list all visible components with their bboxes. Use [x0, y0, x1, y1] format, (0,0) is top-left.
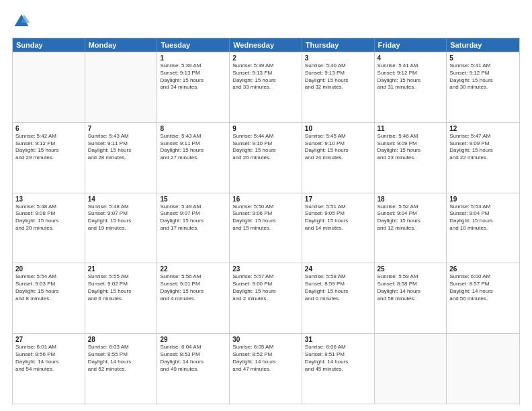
- cal-cell-day-10: 10Sunrise: 5:45 AM Sunset: 9:10 PM Dayli…: [302, 123, 375, 193]
- cal-cell-day-28: 28Sunrise: 6:03 AM Sunset: 8:55 PM Dayli…: [85, 334, 158, 404]
- day-info: Sunrise: 5:49 AM Sunset: 9:07 PM Dayligh…: [160, 203, 226, 232]
- cal-cell-day-15: 15Sunrise: 5:49 AM Sunset: 9:07 PM Dayli…: [157, 193, 230, 263]
- cal-cell-day-1: 1Sunrise: 5:39 AM Sunset: 9:13 PM Daylig…: [157, 52, 230, 122]
- cal-cell-day-25: 25Sunrise: 5:59 AM Sunset: 8:58 PM Dayli…: [375, 263, 447, 333]
- day-number: 31: [305, 336, 371, 343]
- day-info: Sunrise: 5:53 AM Sunset: 9:04 PM Dayligh…: [449, 203, 517, 232]
- day-info: Sunrise: 5:45 AM Sunset: 9:10 PM Dayligh…: [305, 133, 371, 162]
- calendar: SundayMondayTuesdayWednesdayThursdayFrid…: [12, 38, 520, 404]
- day-number: 28: [88, 336, 154, 343]
- cal-cell-day-31: 31Sunrise: 6:06 AM Sunset: 8:51 PM Dayli…: [302, 334, 375, 404]
- day-number: 2: [232, 54, 299, 62]
- cal-cell-day-16: 16Sunrise: 5:50 AM Sunset: 9:06 PM Dayli…: [230, 193, 302, 263]
- day-number: 4: [378, 54, 444, 62]
- day-number: 22: [160, 265, 226, 273]
- day-number: 13: [15, 195, 82, 203]
- day-info: Sunrise: 5:57 AM Sunset: 9:00 PM Dayligh…: [232, 273, 299, 302]
- cal-cell-day-19: 19Sunrise: 5:53 AM Sunset: 9:04 PM Dayli…: [447, 193, 519, 263]
- cal-cell-day-7: 7Sunrise: 5:43 AM Sunset: 9:11 PM Daylig…: [85, 123, 158, 193]
- day-number: 9: [232, 125, 299, 132]
- day-info: Sunrise: 5:47 AM Sunset: 9:09 PM Dayligh…: [449, 133, 517, 162]
- cal-cell-day-6: 6Sunrise: 5:42 AM Sunset: 9:12 PM Daylig…: [13, 123, 85, 193]
- day-number: 15: [160, 195, 226, 203]
- cal-cell-empty: [447, 334, 519, 404]
- day-info: Sunrise: 5:59 AM Sunset: 8:58 PM Dayligh…: [378, 273, 444, 302]
- day-number: 20: [15, 265, 82, 273]
- day-number: 29: [160, 336, 226, 343]
- cal-week-1: 1Sunrise: 5:39 AM Sunset: 9:13 PM Daylig…: [13, 52, 519, 122]
- day-info: Sunrise: 5:43 AM Sunset: 9:11 PM Dayligh…: [160, 133, 226, 162]
- cal-cell-day-17: 17Sunrise: 5:51 AM Sunset: 9:05 PM Dayli…: [302, 193, 375, 263]
- cal-cell-day-21: 21Sunrise: 5:55 AM Sunset: 9:02 PM Dayli…: [85, 263, 158, 333]
- day-number: 8: [160, 125, 226, 132]
- cal-cell-empty: [85, 52, 158, 122]
- day-info: Sunrise: 6:00 AM Sunset: 8:57 PM Dayligh…: [449, 273, 517, 302]
- day-info: Sunrise: 5:39 AM Sunset: 9:13 PM Dayligh…: [232, 62, 299, 91]
- day-info: Sunrise: 5:51 AM Sunset: 9:05 PM Dayligh…: [305, 203, 371, 232]
- day-number: 19: [449, 195, 517, 203]
- cal-cell-day-26: 26Sunrise: 6:00 AM Sunset: 8:57 PM Dayli…: [447, 263, 519, 333]
- logo: [12, 12, 34, 31]
- cal-cell-day-12: 12Sunrise: 5:47 AM Sunset: 9:09 PM Dayli…: [447, 123, 519, 193]
- calendar-body: 1Sunrise: 5:39 AM Sunset: 9:13 PM Daylig…: [13, 52, 519, 404]
- day-number: 26: [449, 265, 517, 273]
- cal-cell-day-24: 24Sunrise: 5:58 AM Sunset: 8:59 PM Dayli…: [302, 263, 375, 333]
- day-number: 24: [305, 265, 371, 273]
- cal-cell-day-29: 29Sunrise: 6:04 AM Sunset: 8:53 PM Dayli…: [157, 334, 230, 404]
- day-info: Sunrise: 6:01 AM Sunset: 8:56 PM Dayligh…: [15, 344, 82, 373]
- cal-header-wednesday: Wednesday: [230, 38, 302, 52]
- day-info: Sunrise: 6:04 AM Sunset: 8:53 PM Dayligh…: [160, 344, 226, 373]
- cal-cell-empty: [375, 334, 447, 404]
- day-info: Sunrise: 5:41 AM Sunset: 9:12 PM Dayligh…: [449, 62, 517, 91]
- day-info: Sunrise: 5:58 AM Sunset: 8:59 PM Dayligh…: [305, 273, 371, 302]
- cal-header-sunday: Sunday: [13, 38, 85, 52]
- cal-header-thursday: Thursday: [302, 38, 375, 52]
- day-info: Sunrise: 5:48 AM Sunset: 9:07 PM Dayligh…: [88, 203, 154, 232]
- day-info: Sunrise: 5:44 AM Sunset: 9:10 PM Dayligh…: [232, 133, 299, 162]
- cal-cell-empty: [13, 52, 85, 122]
- day-info: Sunrise: 5:48 AM Sunset: 9:08 PM Dayligh…: [15, 203, 82, 232]
- day-number: 27: [15, 336, 82, 343]
- cal-header-tuesday: Tuesday: [157, 38, 230, 52]
- day-info: Sunrise: 5:46 AM Sunset: 9:09 PM Dayligh…: [378, 133, 444, 162]
- cal-cell-day-4: 4Sunrise: 5:41 AM Sunset: 9:12 PM Daylig…: [375, 52, 447, 122]
- header: [12, 12, 520, 31]
- day-number: 14: [88, 195, 154, 203]
- day-info: Sunrise: 5:55 AM Sunset: 9:02 PM Dayligh…: [88, 273, 154, 302]
- cal-cell-day-20: 20Sunrise: 5:54 AM Sunset: 9:03 PM Dayli…: [13, 263, 85, 333]
- cal-week-2: 6Sunrise: 5:42 AM Sunset: 9:12 PM Daylig…: [13, 122, 519, 193]
- cal-cell-day-13: 13Sunrise: 5:48 AM Sunset: 9:08 PM Dayli…: [13, 193, 85, 263]
- day-info: Sunrise: 6:06 AM Sunset: 8:51 PM Dayligh…: [305, 344, 371, 373]
- day-number: 12: [449, 125, 517, 132]
- cal-cell-day-27: 27Sunrise: 6:01 AM Sunset: 8:56 PM Dayli…: [13, 334, 85, 404]
- day-number: 7: [88, 125, 154, 132]
- page: SundayMondayTuesdayWednesdayThursdayFrid…: [0, 0, 532, 411]
- cal-header-monday: Monday: [85, 38, 158, 52]
- day-number: 5: [449, 54, 517, 62]
- day-number: 11: [378, 125, 444, 132]
- calendar-header: SundayMondayTuesdayWednesdayThursdayFrid…: [13, 38, 519, 52]
- cal-cell-day-3: 3Sunrise: 5:40 AM Sunset: 9:13 PM Daylig…: [302, 52, 375, 122]
- day-info: Sunrise: 6:03 AM Sunset: 8:55 PM Dayligh…: [88, 344, 154, 373]
- cal-header-friday: Friday: [375, 38, 447, 52]
- cal-week-3: 13Sunrise: 5:48 AM Sunset: 9:08 PM Dayli…: [13, 193, 519, 263]
- cal-cell-day-23: 23Sunrise: 5:57 AM Sunset: 9:00 PM Dayli…: [230, 263, 302, 333]
- cal-cell-day-2: 2Sunrise: 5:39 AM Sunset: 9:13 PM Daylig…: [230, 52, 302, 122]
- day-number: 17: [305, 195, 371, 203]
- day-info: Sunrise: 5:50 AM Sunset: 9:06 PM Dayligh…: [232, 203, 299, 232]
- day-number: 6: [15, 125, 82, 132]
- day-number: 3: [305, 54, 371, 62]
- cal-cell-day-11: 11Sunrise: 5:46 AM Sunset: 9:09 PM Dayli…: [375, 123, 447, 193]
- day-info: Sunrise: 5:52 AM Sunset: 9:04 PM Dayligh…: [378, 203, 444, 232]
- cal-cell-day-9: 9Sunrise: 5:44 AM Sunset: 9:10 PM Daylig…: [230, 123, 302, 193]
- cal-header-saturday: Saturday: [447, 38, 519, 52]
- logo-icon: [12, 12, 31, 31]
- day-info: Sunrise: 5:56 AM Sunset: 9:01 PM Dayligh…: [160, 273, 226, 302]
- cal-week-5: 27Sunrise: 6:01 AM Sunset: 8:56 PM Dayli…: [13, 333, 519, 404]
- svg-marker-1: [21, 15, 30, 23]
- day-number: 30: [232, 336, 299, 343]
- cal-cell-day-5: 5Sunrise: 5:41 AM Sunset: 9:12 PM Daylig…: [447, 52, 519, 122]
- day-info: Sunrise: 5:39 AM Sunset: 9:13 PM Dayligh…: [160, 62, 226, 91]
- day-info: Sunrise: 6:05 AM Sunset: 8:52 PM Dayligh…: [232, 344, 299, 373]
- cal-cell-day-8: 8Sunrise: 5:43 AM Sunset: 9:11 PM Daylig…: [157, 123, 230, 193]
